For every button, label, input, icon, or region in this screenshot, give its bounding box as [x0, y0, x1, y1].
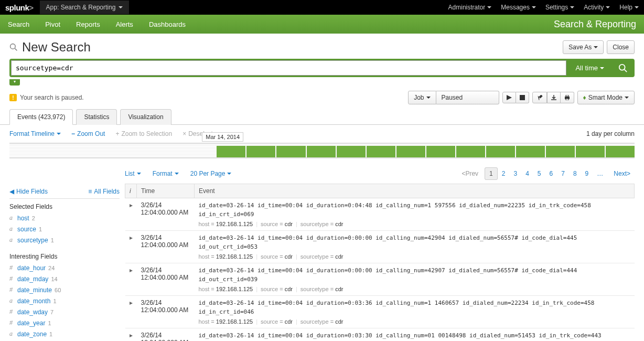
tab-statistics[interactable]: Statistics — [76, 109, 117, 125]
svg-rect-8 — [566, 99, 568, 100]
menu-help[interactable]: Help — [619, 4, 639, 11]
print-icon — [564, 95, 570, 100]
event-row: ▸3/26/1412:04:00.000 AMid_date=03-26-14 … — [125, 263, 635, 296]
page-1[interactable]: 1 — [485, 167, 498, 180]
format-timeline[interactable]: Format Timeline — [9, 130, 61, 137]
field-sourcetype[interactable]: asourcetype 1 — [9, 235, 120, 246]
th-event[interactable]: Event — [195, 184, 635, 198]
page-4[interactable]: 4 — [521, 168, 533, 179]
close-button[interactable]: Close — [607, 40, 635, 54]
expand-toggle[interactable]: ▸ — [125, 263, 137, 296]
save-as-button[interactable]: Save As — [563, 40, 604, 54]
interesting-fields-title: Interesting Fields — [9, 253, 120, 260]
event-time: 3/26/1412:04:00.000 AM — [137, 231, 195, 263]
job-menu[interactable]: Job — [408, 91, 436, 104]
page-6[interactable]: 6 — [545, 168, 557, 179]
nav-alerts[interactable]: Alerts — [116, 20, 133, 28]
zoom-out[interactable]: −Zoom Out — [71, 130, 105, 137]
page-next[interactable]: Next> — [609, 168, 635, 179]
nav-search[interactable]: Search — [8, 20, 29, 28]
format-events[interactable]: Format — [153, 168, 179, 179]
expand-toggle[interactable]: ▸ — [125, 198, 137, 231]
menu-activity[interactable]: Activity — [584, 4, 610, 11]
event-time: 3/26/1412:04:00.000 AM — [137, 296, 195, 328]
event-content: id_date=03-26-14 id_time=00:04 id_durati… — [195, 296, 635, 328]
expand-toggle[interactable]: ▸ — [125, 328, 137, 342]
page-9[interactable]: 9 — [581, 168, 593, 179]
event-time: 3/26/1412:04:00.000 AM — [137, 263, 195, 296]
event-content: id_date=03-26-14 id_time=00:04 id_durati… — [195, 328, 635, 342]
nav-dashboards[interactable]: Dashboards — [149, 20, 186, 28]
hide-fields[interactable]: ◀ Hide Fields — [9, 188, 48, 195]
search-icon — [9, 43, 18, 51]
event-row: ▸3/26/1412:04:00.000 AMid_date=03-26-14 … — [125, 328, 635, 342]
expand-toggle[interactable]: ▸ — [125, 296, 137, 328]
export-button[interactable] — [547, 92, 561, 103]
search-expand-handle[interactable]: ▾ — [9, 79, 20, 86]
stop-button[interactable] — [516, 92, 529, 103]
warning-icon: ! — [9, 94, 17, 101]
all-fields[interactable]: ≡ All Fields — [88, 188, 120, 195]
timeline-date-label: Mar 14, 2014 — [202, 132, 243, 142]
page-…[interactable]: … — [593, 168, 607, 179]
field-date_minute[interactable]: #date_minute 60 — [9, 284, 120, 295]
search-button[interactable] — [611, 59, 635, 77]
event-row: ▸3/26/1412:04:00.000 AMid_date=03-26-14 … — [125, 198, 635, 231]
th-time[interactable]: Time — [137, 184, 195, 198]
nav-pivot[interactable]: Pivot — [45, 20, 60, 28]
field-source[interactable]: asource 1 — [9, 223, 120, 235]
topbar-menus: Administrator Messages Settings Activity… — [448, 4, 639, 11]
event-content: id_date=03-26-14 id_time=00:04 id_durati… — [195, 198, 635, 231]
tab-visualization[interactable]: Visualization — [120, 109, 171, 125]
page-5[interactable]: 5 — [533, 168, 545, 179]
svg-point-2 — [619, 64, 625, 70]
svg-line-3 — [625, 69, 627, 72]
smart-mode-button[interactable]: ♦Smart Mode — [577, 91, 635, 104]
list-view[interactable]: List — [125, 168, 141, 179]
events-table: i Time Event ▸3/26/1412:04:00.000 AMid_d… — [125, 184, 635, 341]
timeline-chart[interactable] — [9, 143, 635, 158]
event-row: ▸3/26/1412:04:00.000 AMid_date=03-26-14 … — [125, 296, 635, 328]
per-page[interactable]: 20 Per Page — [190, 168, 232, 179]
download-icon — [551, 95, 556, 100]
menu-messages[interactable]: Messages — [501, 4, 536, 11]
field-date_year[interactable]: #date_year 1 — [9, 317, 120, 328]
event-time: 3/26/1412:04:00.000 AM — [137, 198, 195, 231]
logo[interactable]: splunk> — [5, 3, 40, 12]
app-title: Search & Reporting — [554, 19, 636, 30]
page-prev[interactable]: <Prev — [457, 168, 482, 179]
field-host[interactable]: ahost 2 — [9, 212, 120, 223]
selected-fields-title: Selected Fields — [9, 203, 120, 210]
print-button[interactable] — [561, 92, 574, 103]
timeline-resolution: 1 day per column — [586, 130, 635, 137]
field-date_zone[interactable]: adate_zone 1 — [9, 328, 120, 339]
share-icon — [536, 95, 543, 100]
nav-reports[interactable]: Reports — [76, 20, 100, 28]
page-7[interactable]: 7 — [557, 168, 569, 179]
svg-line-1 — [15, 48, 17, 50]
page-3[interactable]: 3 — [509, 168, 521, 179]
svg-point-0 — [10, 44, 16, 49]
search-input[interactable] — [11, 60, 566, 76]
page-2[interactable]: 2 — [498, 168, 510, 179]
svg-rect-7 — [566, 95, 568, 97]
app-selector[interactable]: App: Search & Reporting — [40, 1, 130, 14]
expand-toggle[interactable]: ▸ — [125, 231, 137, 263]
svg-rect-5 — [520, 95, 525, 100]
field-date_mday[interactable]: #date_mday 14 — [9, 273, 120, 284]
event-row: ▸3/26/1412:04:00.000 AMid_date=03-26-14 … — [125, 231, 635, 263]
time-range-picker[interactable]: All time — [568, 59, 611, 77]
share-button[interactable] — [532, 92, 547, 103]
field-date_wday[interactable]: #date_wday 7 — [9, 306, 120, 317]
tab-events[interactable]: Events (423,972) — [9, 109, 73, 125]
th-info: i — [125, 184, 137, 198]
field-date_month[interactable]: adate_month 1 — [9, 295, 120, 306]
event-content: id_date=03-26-14 id_time=00:04 id_durati… — [195, 263, 635, 296]
menu-settings[interactable]: Settings — [545, 4, 574, 11]
page-title: New Search — [9, 40, 91, 55]
menu-administrator[interactable]: Administrator — [448, 4, 492, 11]
field-date_hour[interactable]: #date_hour 24 — [9, 262, 120, 273]
event-time: 3/26/1412:04:00.000 AM — [137, 328, 195, 342]
play-button[interactable] — [502, 92, 516, 103]
page-8[interactable]: 8 — [569, 168, 581, 179]
